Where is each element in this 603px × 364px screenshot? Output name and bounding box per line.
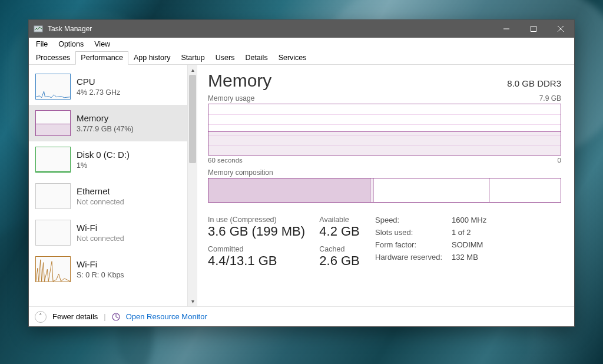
memory-thumb-icon [35, 110, 71, 136]
sidebar-item-sub: S: 0 R: 0 Kbps [77, 270, 124, 280]
page-title: Memory [208, 71, 271, 91]
spec-hw-value: 132 MB [452, 253, 561, 262]
fewer-details-link[interactable]: Fewer details [52, 312, 98, 321]
sidebar-item-memory[interactable]: Memory 3.7/7.9 GB (47%) [29, 105, 187, 141]
sidebar-item-label: Disk 0 (C: D:) [77, 149, 130, 161]
window-title: Task Manager [48, 25, 92, 33]
sidebar-item-label: CPU [77, 76, 120, 88]
spec-slots-value: 1 of 2 [452, 228, 561, 237]
stat-available-value: 4.2 GB [319, 224, 361, 239]
cpu-thumb-icon [35, 74, 71, 100]
sidebar-item-wifi-on[interactable]: Wi-Fi S: 0 R: 0 Kbps [29, 251, 187, 287]
scroll-up-icon[interactable]: ▴ [188, 65, 197, 75]
sidebar-item-label: Wi-Fi [77, 259, 124, 270]
sidebar-item-wifi-off[interactable]: Wi-Fi Not connected [29, 214, 187, 251]
stat-available-label: Available [319, 216, 361, 224]
memory-panel: Memory 8.0 GB DDR3 Memory usage 7.9 GB 6… [197, 65, 574, 306]
tab-startup[interactable]: Startup [175, 51, 210, 65]
usage-chart-max: 7.9 GB [539, 94, 561, 102]
separator: | [104, 312, 105, 321]
sidebar-item-sub: 1% [77, 161, 130, 170]
resource-monitor-icon [112, 313, 120, 321]
spec-form-value: SODIMM [452, 240, 561, 249]
menu-file[interactable]: File [31, 39, 52, 49]
wifi-off-thumb-icon [35, 220, 71, 246]
titlebar[interactable]: Task Manager [29, 20, 574, 38]
scroll-down-icon[interactable]: ▾ [188, 296, 197, 306]
sidebar: CPU 4% 2.73 GHz Memory 3.7/7.9 GB (47%) [29, 65, 197, 306]
sidebar-item-disk[interactable]: Disk 0 (C: D:) 1% [29, 141, 187, 178]
stat-inuse-value: 3.6 GB (199 MB) [208, 224, 306, 239]
sidebar-item-sub: Not connected [77, 197, 124, 207]
tab-users[interactable]: Users [210, 51, 240, 65]
menu-view[interactable]: View [90, 39, 115, 49]
sidebar-item-sub: Not connected [77, 234, 124, 243]
minimize-button[interactable] [493, 20, 520, 38]
sidebar-item-ethernet[interactable]: Ethernet Not connected [29, 178, 187, 214]
composition-free [490, 178, 561, 202]
memory-composition-chart[interactable] [208, 178, 561, 203]
svg-rect-2 [531, 27, 536, 32]
stat-cached-value: 2.6 GB [319, 253, 361, 269]
app-icon [34, 24, 43, 34]
sidebar-item-label: Ethernet [77, 186, 124, 197]
tab-details[interactable]: Details [240, 51, 273, 65]
menubar: File Options View [29, 38, 574, 51]
task-manager-window: Task Manager File Options View Processes… [28, 19, 575, 327]
composition-standby [374, 178, 490, 202]
spec-slots-label: Slots used: [375, 228, 452, 237]
composition-label: Memory composition [208, 168, 561, 177]
open-resource-monitor-link[interactable]: Open Resource Monitor [126, 312, 207, 321]
chevron-up-icon[interactable]: ˄ [35, 311, 47, 323]
ethernet-thumb-icon [35, 183, 71, 209]
tab-app-history[interactable]: App history [128, 51, 176, 65]
footer: ˄ Fewer details | Open Resource Monitor [29, 306, 574, 326]
composition-inuse [208, 178, 370, 202]
stat-committed-value: 4.4/13.1 GB [208, 253, 306, 269]
sidebar-item-cpu[interactable]: CPU 4% 2.73 GHz [29, 68, 187, 105]
stat-cached-label: Cached [319, 245, 361, 253]
stat-inuse-label: In use (Compressed) [208, 216, 306, 224]
sidebar-item-label: Wi-Fi [77, 222, 124, 234]
usage-x-left: 60 seconds [208, 157, 243, 164]
spec-speed-value: 1600 MHz [452, 216, 561, 224]
spec-form-label: Form factor: [375, 240, 452, 249]
sidebar-item-label: Memory [77, 112, 134, 124]
spec-speed-label: Speed: [375, 216, 452, 224]
tab-services[interactable]: Services [273, 51, 312, 65]
memory-usage-chart[interactable] [208, 104, 561, 155]
usage-x-right: 0 [558, 157, 561, 164]
sidebar-scrollbar[interactable]: ▴ ▾ [187, 65, 197, 306]
maximize-button[interactable] [520, 20, 547, 38]
usage-fill [208, 131, 561, 155]
usage-chart-label: Memory usage [208, 94, 254, 102]
menu-options[interactable]: Options [54, 39, 88, 49]
memory-spec-summary: 8.0 GB DDR3 [507, 78, 561, 88]
close-button[interactable] [547, 20, 574, 38]
stat-committed-label: Committed [208, 245, 306, 253]
spec-hw-label: Hardware reserved: [375, 253, 452, 262]
tab-processes[interactable]: Processes [31, 51, 75, 65]
sidebar-item-sub: 3.7/7.9 GB (47%) [77, 124, 134, 134]
scrollbar-thumb[interactable] [189, 75, 196, 163]
wifi-on-thumb-icon [35, 256, 71, 282]
disk-thumb-icon [35, 147, 71, 173]
tab-performance[interactable]: Performance [75, 51, 128, 65]
tabbar: Processes Performance App history Startu… [29, 51, 574, 65]
sidebar-item-sub: 4% 2.73 GHz [77, 88, 120, 97]
